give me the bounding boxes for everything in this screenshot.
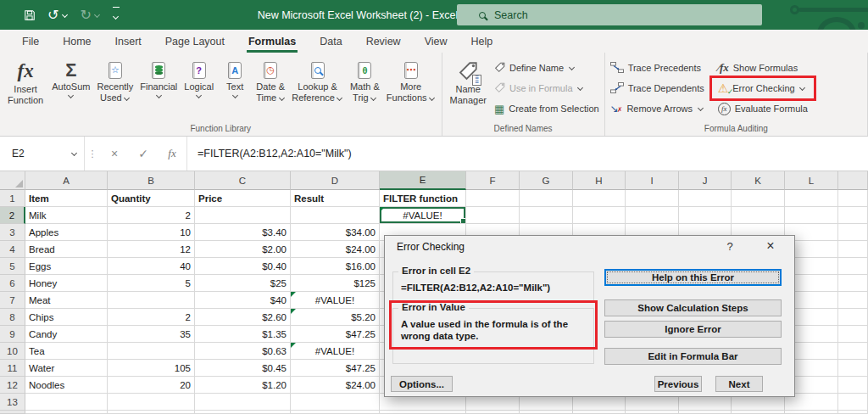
row-header-2[interactable]: 2	[0, 207, 25, 224]
formula-input[interactable]: =FILTER(A2:B12,A2:A10="Milk")	[187, 148, 352, 159]
cell-b3[interactable]: 10	[108, 224, 195, 241]
ribbon-button-use-in-formula[interactable]: Use in Formula	[492, 79, 602, 98]
dialog-help-button[interactable]: ?	[722, 240, 737, 253]
tab-insert[interactable]: Insert	[103, 30, 153, 53]
row-header-6[interactable]: 6	[0, 275, 25, 292]
cell-c8[interactable]: $2.60	[195, 309, 291, 326]
cell-b9[interactable]: 35	[108, 326, 195, 343]
cell-h2[interactable]	[573, 207, 626, 224]
cell-c3[interactable]: $3.40	[195, 224, 291, 241]
ribbon-button-error-checking[interactable]: ⚠✓Error Checking	[715, 79, 810, 98]
cancel-button[interactable]: ×	[100, 137, 129, 171]
ribbon-button-date-time[interactable]: ◷Date &Time	[253, 53, 288, 104]
ribbon-button-more-functions[interactable]: ⋯MoreFunctions	[383, 53, 439, 104]
cell-c1[interactable]: Price	[195, 190, 291, 207]
tab-home[interactable]: Home	[51, 30, 103, 53]
cell-b10[interactable]	[108, 343, 195, 360]
cell-d7[interactable]: #VALUE!	[291, 292, 380, 309]
insert-function-button[interactable]: fx Insert Function	[3, 53, 48, 106]
ribbon-button-create-from-selection[interactable]: ▦Create from Selection	[492, 99, 602, 118]
cell-f1[interactable]	[466, 190, 520, 207]
cell-b12[interactable]: 20	[108, 377, 195, 394]
dialog-close-button[interactable]: ×	[761, 238, 780, 254]
ribbon-button-trace-dependents[interactable]: Trace Dependents	[608, 79, 707, 98]
row-header-3[interactable]: 3	[0, 224, 25, 241]
ribbon-button-lookup-reference[interactable]: Lookup &Reference	[288, 53, 347, 104]
row-header-8[interactable]: 8	[0, 309, 25, 326]
tab-view[interactable]: View	[413, 30, 459, 53]
row-header-5[interactable]: 5	[0, 258, 25, 275]
row-header-11[interactable]: 11	[0, 360, 25, 377]
cell-b6[interactable]: 5	[108, 275, 195, 292]
show-calculation-steps-button[interactable]: Show Calculation Steps	[604, 299, 782, 316]
row-header-4[interactable]: 4	[0, 241, 25, 258]
customize-quick-access-button[interactable]	[113, 7, 120, 24]
cell-d10[interactable]: #VALUE!	[291, 343, 380, 360]
cell-l2[interactable]	[785, 207, 838, 224]
ribbon-button-recently-used[interactable]: ☆RecentlyUsed	[93, 53, 136, 104]
ribbon-button-autosum[interactable]: ΣAutoSum	[48, 53, 93, 104]
redo-button[interactable]: ↻	[80, 8, 100, 22]
cell-partial-r11[interactable]	[838, 360, 868, 377]
previous-button[interactable]: Previous	[654, 376, 702, 392]
row-header-12[interactable]: 12	[0, 377, 25, 394]
row-header-9[interactable]: 9	[0, 326, 25, 343]
cell-g1[interactable]	[520, 190, 573, 207]
tab-review[interactable]: Review	[354, 30, 413, 53]
cell-j1[interactable]	[679, 190, 732, 207]
cell-b1[interactable]: Quantity	[108, 190, 195, 207]
tab-page-layout[interactable]: Page Layout	[153, 30, 236, 53]
cell-b4[interactable]: 12	[108, 241, 195, 258]
row-header-10[interactable]: 10	[0, 343, 25, 360]
row-header-7[interactable]: 7	[0, 292, 25, 309]
cell-a4[interactable]: Bread	[25, 241, 108, 258]
cell-c10[interactable]: $0.63	[195, 343, 291, 360]
ribbon-button-math-trig[interactable]: θMath &Trig	[347, 53, 383, 104]
enter-button[interactable]: ✓	[129, 137, 158, 171]
undo-button[interactable]: ↺	[47, 8, 68, 22]
cell-j2[interactable]	[679, 207, 732, 224]
cell-partial-r5[interactable]	[838, 258, 868, 275]
cell-h1[interactable]	[573, 190, 626, 207]
edit-in-formula-bar-button[interactable]: Edit in Formula Bar	[604, 348, 782, 365]
cell-b5[interactable]: 40	[108, 258, 195, 275]
cell-a10[interactable]: Tea	[25, 343, 108, 360]
cell-b7[interactable]	[108, 292, 195, 309]
cell-a6[interactable]: Honey	[25, 275, 108, 292]
cell-a2[interactable]: Milk	[25, 207, 108, 224]
cell-c2[interactable]	[195, 207, 291, 224]
column-header-f[interactable]: F	[466, 171, 520, 190]
cell-partial-r12[interactable]	[838, 377, 868, 394]
cell-f2[interactable]	[466, 207, 520, 224]
cell-a12[interactable]: Noodles	[25, 377, 108, 394]
ribbon-button-evaluate-formula[interactable]: fxEvaluate Formula	[715, 99, 810, 118]
tab-file[interactable]: File	[10, 30, 51, 53]
column-header-b[interactable]: B	[108, 171, 195, 190]
column-header-k[interactable]: K	[732, 171, 785, 190]
column-header-j[interactable]: J	[679, 171, 732, 190]
ribbon-button-text[interactable]: AText	[217, 53, 253, 104]
cell-c5[interactable]: $0.40	[195, 258, 291, 275]
cell-a11[interactable]: Water	[25, 360, 108, 377]
ribbon-button-financial[interactable]: Financial	[136, 53, 181, 104]
cell-c12[interactable]: $1.20	[195, 377, 291, 394]
cell-partial-r6[interactable]	[838, 275, 868, 292]
cell-d2[interactable]	[291, 207, 380, 224]
tab-data[interactable]: Data	[308, 30, 353, 53]
ribbon-button-define-name[interactable]: Define Name	[492, 59, 602, 77]
cell-c7[interactable]: $40	[195, 292, 291, 309]
column-header-g[interactable]: G	[520, 171, 573, 190]
search-box[interactable]: Search	[457, 4, 762, 25]
cell-i2[interactable]	[626, 207, 679, 224]
tab-help[interactable]: Help	[459, 30, 505, 53]
cell-b13[interactable]	[108, 394, 195, 411]
tab-formulas[interactable]: Formulas	[236, 30, 308, 53]
cell-d6[interactable]: $125	[291, 275, 380, 292]
select-all-corner[interactable]	[0, 171, 25, 190]
ribbon-button-trace-precedents[interactable]: Trace Precedents	[608, 59, 707, 77]
cell-d11[interactable]: $47.25	[291, 360, 380, 377]
name-box[interactable]: E2	[0, 137, 85, 171]
cell-c4[interactable]: $2.00	[195, 241, 291, 258]
column-header-l[interactable]: L	[785, 171, 838, 190]
ribbon-button-logical[interactable]: ?Logical	[181, 53, 217, 104]
